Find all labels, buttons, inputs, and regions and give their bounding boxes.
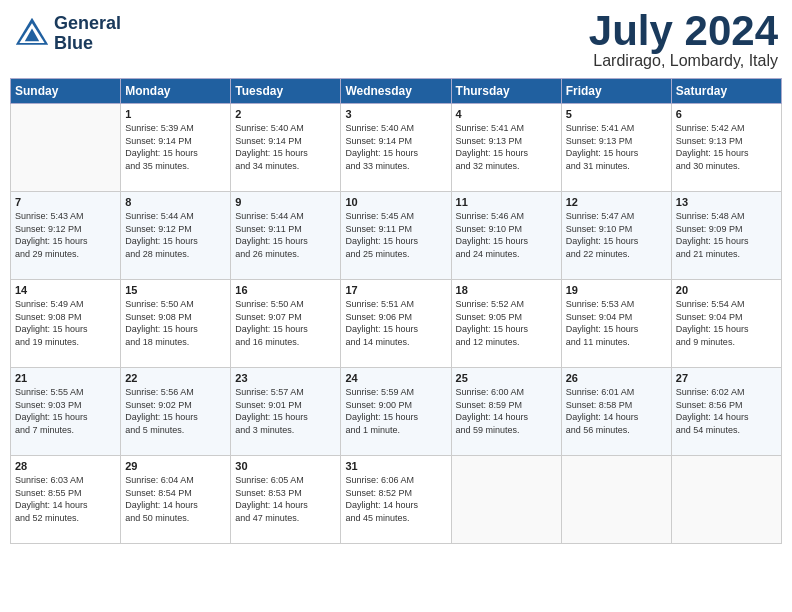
logo: General Blue bbox=[14, 14, 121, 54]
day-info: Sunrise: 5:45 AM Sunset: 9:11 PM Dayligh… bbox=[345, 210, 446, 260]
calendar-header-row: SundayMondayTuesdayWednesdayThursdayFrid… bbox=[11, 79, 782, 104]
day-cell: 15Sunrise: 5:50 AM Sunset: 9:08 PM Dayli… bbox=[121, 280, 231, 368]
day-cell: 24Sunrise: 5:59 AM Sunset: 9:00 PM Dayli… bbox=[341, 368, 451, 456]
week-row-5: 28Sunrise: 6:03 AM Sunset: 8:55 PM Dayli… bbox=[11, 456, 782, 544]
header-day-thursday: Thursday bbox=[451, 79, 561, 104]
day-number: 21 bbox=[15, 372, 116, 384]
day-info: Sunrise: 5:59 AM Sunset: 9:00 PM Dayligh… bbox=[345, 386, 446, 436]
day-info: Sunrise: 5:53 AM Sunset: 9:04 PM Dayligh… bbox=[566, 298, 667, 348]
day-number: 30 bbox=[235, 460, 336, 472]
day-info: Sunrise: 5:40 AM Sunset: 9:14 PM Dayligh… bbox=[345, 122, 446, 172]
day-number: 20 bbox=[676, 284, 777, 296]
day-cell: 26Sunrise: 6:01 AM Sunset: 8:58 PM Dayli… bbox=[561, 368, 671, 456]
day-info: Sunrise: 5:51 AM Sunset: 9:06 PM Dayligh… bbox=[345, 298, 446, 348]
day-cell: 29Sunrise: 6:04 AM Sunset: 8:54 PM Dayli… bbox=[121, 456, 231, 544]
week-row-4: 21Sunrise: 5:55 AM Sunset: 9:03 PM Dayli… bbox=[11, 368, 782, 456]
day-cell: 16Sunrise: 5:50 AM Sunset: 9:07 PM Dayli… bbox=[231, 280, 341, 368]
week-row-2: 7Sunrise: 5:43 AM Sunset: 9:12 PM Daylig… bbox=[11, 192, 782, 280]
day-number: 19 bbox=[566, 284, 667, 296]
day-number: 17 bbox=[345, 284, 446, 296]
header: General Blue July 2024 Lardirago, Lombar… bbox=[10, 10, 782, 70]
day-info: Sunrise: 5:40 AM Sunset: 9:14 PM Dayligh… bbox=[235, 122, 336, 172]
day-info: Sunrise: 5:39 AM Sunset: 9:14 PM Dayligh… bbox=[125, 122, 226, 172]
day-cell: 22Sunrise: 5:56 AM Sunset: 9:02 PM Dayli… bbox=[121, 368, 231, 456]
day-info: Sunrise: 5:50 AM Sunset: 9:08 PM Dayligh… bbox=[125, 298, 226, 348]
calendar-table: SundayMondayTuesdayWednesdayThursdayFrid… bbox=[10, 78, 782, 544]
day-info: Sunrise: 6:02 AM Sunset: 8:56 PM Dayligh… bbox=[676, 386, 777, 436]
logo-line2: Blue bbox=[54, 34, 121, 54]
day-cell: 21Sunrise: 5:55 AM Sunset: 9:03 PM Dayli… bbox=[11, 368, 121, 456]
day-cell: 7Sunrise: 5:43 AM Sunset: 9:12 PM Daylig… bbox=[11, 192, 121, 280]
location-title: Lardirago, Lombardy, Italy bbox=[589, 52, 778, 70]
day-number: 11 bbox=[456, 196, 557, 208]
day-number: 24 bbox=[345, 372, 446, 384]
logo-text: General Blue bbox=[54, 14, 121, 54]
day-cell: 9Sunrise: 5:44 AM Sunset: 9:11 PM Daylig… bbox=[231, 192, 341, 280]
day-cell: 12Sunrise: 5:47 AM Sunset: 9:10 PM Dayli… bbox=[561, 192, 671, 280]
day-info: Sunrise: 5:54 AM Sunset: 9:04 PM Dayligh… bbox=[676, 298, 777, 348]
day-number: 1 bbox=[125, 108, 226, 120]
day-number: 9 bbox=[235, 196, 336, 208]
day-cell: 17Sunrise: 5:51 AM Sunset: 9:06 PM Dayli… bbox=[341, 280, 451, 368]
day-number: 26 bbox=[566, 372, 667, 384]
day-cell: 11Sunrise: 5:46 AM Sunset: 9:10 PM Dayli… bbox=[451, 192, 561, 280]
day-cell: 28Sunrise: 6:03 AM Sunset: 8:55 PM Dayli… bbox=[11, 456, 121, 544]
day-cell bbox=[451, 456, 561, 544]
day-cell: 2Sunrise: 5:40 AM Sunset: 9:14 PM Daylig… bbox=[231, 104, 341, 192]
day-info: Sunrise: 5:50 AM Sunset: 9:07 PM Dayligh… bbox=[235, 298, 336, 348]
day-number: 16 bbox=[235, 284, 336, 296]
day-info: Sunrise: 6:03 AM Sunset: 8:55 PM Dayligh… bbox=[15, 474, 116, 524]
day-info: Sunrise: 5:55 AM Sunset: 9:03 PM Dayligh… bbox=[15, 386, 116, 436]
day-info: Sunrise: 5:52 AM Sunset: 9:05 PM Dayligh… bbox=[456, 298, 557, 348]
day-number: 13 bbox=[676, 196, 777, 208]
header-day-saturday: Saturday bbox=[671, 79, 781, 104]
day-cell bbox=[561, 456, 671, 544]
day-info: Sunrise: 6:04 AM Sunset: 8:54 PM Dayligh… bbox=[125, 474, 226, 524]
header-day-friday: Friday bbox=[561, 79, 671, 104]
day-info: Sunrise: 5:46 AM Sunset: 9:10 PM Dayligh… bbox=[456, 210, 557, 260]
day-number: 6 bbox=[676, 108, 777, 120]
day-number: 28 bbox=[15, 460, 116, 472]
day-number: 23 bbox=[235, 372, 336, 384]
title-area: July 2024 Lardirago, Lombardy, Italy bbox=[589, 10, 778, 70]
day-info: Sunrise: 5:49 AM Sunset: 9:08 PM Dayligh… bbox=[15, 298, 116, 348]
day-number: 15 bbox=[125, 284, 226, 296]
day-info: Sunrise: 5:42 AM Sunset: 9:13 PM Dayligh… bbox=[676, 122, 777, 172]
day-cell: 19Sunrise: 5:53 AM Sunset: 9:04 PM Dayli… bbox=[561, 280, 671, 368]
day-number: 31 bbox=[345, 460, 446, 472]
day-info: Sunrise: 5:47 AM Sunset: 9:10 PM Dayligh… bbox=[566, 210, 667, 260]
day-cell: 3Sunrise: 5:40 AM Sunset: 9:14 PM Daylig… bbox=[341, 104, 451, 192]
day-number: 2 bbox=[235, 108, 336, 120]
day-number: 7 bbox=[15, 196, 116, 208]
header-day-sunday: Sunday bbox=[11, 79, 121, 104]
day-cell bbox=[11, 104, 121, 192]
day-cell: 30Sunrise: 6:05 AM Sunset: 8:53 PM Dayli… bbox=[231, 456, 341, 544]
day-cell: 23Sunrise: 5:57 AM Sunset: 9:01 PM Dayli… bbox=[231, 368, 341, 456]
day-number: 14 bbox=[15, 284, 116, 296]
logo-icon bbox=[14, 16, 50, 52]
day-number: 29 bbox=[125, 460, 226, 472]
week-row-3: 14Sunrise: 5:49 AM Sunset: 9:08 PM Dayli… bbox=[11, 280, 782, 368]
day-cell: 27Sunrise: 6:02 AM Sunset: 8:56 PM Dayli… bbox=[671, 368, 781, 456]
header-day-monday: Monday bbox=[121, 79, 231, 104]
day-cell: 6Sunrise: 5:42 AM Sunset: 9:13 PM Daylig… bbox=[671, 104, 781, 192]
day-cell: 10Sunrise: 5:45 AM Sunset: 9:11 PM Dayli… bbox=[341, 192, 451, 280]
day-cell: 8Sunrise: 5:44 AM Sunset: 9:12 PM Daylig… bbox=[121, 192, 231, 280]
day-info: Sunrise: 5:57 AM Sunset: 9:01 PM Dayligh… bbox=[235, 386, 336, 436]
day-number: 22 bbox=[125, 372, 226, 384]
day-cell: 31Sunrise: 6:06 AM Sunset: 8:52 PM Dayli… bbox=[341, 456, 451, 544]
day-info: Sunrise: 6:01 AM Sunset: 8:58 PM Dayligh… bbox=[566, 386, 667, 436]
day-info: Sunrise: 5:44 AM Sunset: 9:11 PM Dayligh… bbox=[235, 210, 336, 260]
day-info: Sunrise: 6:00 AM Sunset: 8:59 PM Dayligh… bbox=[456, 386, 557, 436]
day-info: Sunrise: 5:44 AM Sunset: 9:12 PM Dayligh… bbox=[125, 210, 226, 260]
day-number: 5 bbox=[566, 108, 667, 120]
day-number: 25 bbox=[456, 372, 557, 384]
day-cell: 20Sunrise: 5:54 AM Sunset: 9:04 PM Dayli… bbox=[671, 280, 781, 368]
day-info: Sunrise: 6:05 AM Sunset: 8:53 PM Dayligh… bbox=[235, 474, 336, 524]
day-number: 10 bbox=[345, 196, 446, 208]
day-cell: 18Sunrise: 5:52 AM Sunset: 9:05 PM Dayli… bbox=[451, 280, 561, 368]
day-cell: 25Sunrise: 6:00 AM Sunset: 8:59 PM Dayli… bbox=[451, 368, 561, 456]
day-number: 27 bbox=[676, 372, 777, 384]
month-title: July 2024 bbox=[589, 10, 778, 52]
day-info: Sunrise: 5:43 AM Sunset: 9:12 PM Dayligh… bbox=[15, 210, 116, 260]
